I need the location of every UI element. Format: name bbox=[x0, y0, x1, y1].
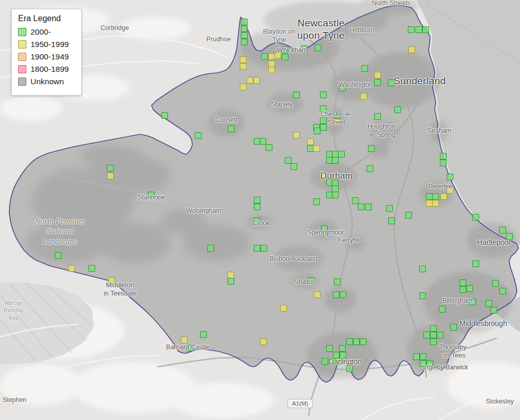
era-marker[interactable] bbox=[68, 265, 75, 272]
era-marker[interactable] bbox=[332, 192, 339, 198]
era-marker[interactable] bbox=[388, 80, 394, 86]
era-marker[interactable] bbox=[315, 44, 322, 51]
era-marker[interactable] bbox=[260, 338, 267, 345]
era-marker[interactable] bbox=[301, 45, 308, 52]
era-marker[interactable] bbox=[314, 291, 320, 298]
era-marker[interactable] bbox=[200, 331, 207, 338]
era-marker[interactable] bbox=[320, 173, 327, 179]
era-marker[interactable] bbox=[423, 332, 430, 338]
era-marker[interactable] bbox=[432, 193, 439, 200]
era-marker[interactable] bbox=[334, 112, 341, 118]
era-marker[interactable] bbox=[405, 212, 412, 219]
era-marker[interactable] bbox=[450, 324, 457, 331]
era-marker[interactable] bbox=[334, 119, 341, 126]
era-marker[interactable] bbox=[241, 19, 248, 25]
era-marker[interactable] bbox=[282, 54, 288, 60]
era-marker[interactable] bbox=[195, 132, 202, 139]
era-marker[interactable] bbox=[320, 124, 327, 131]
era-marker[interactable] bbox=[419, 266, 426, 272]
era-marker[interactable] bbox=[254, 245, 261, 252]
era-marker[interactable] bbox=[107, 173, 114, 179]
era-marker[interactable] bbox=[485, 300, 492, 307]
era-marker[interactable] bbox=[466, 285, 473, 292]
era-marker[interactable] bbox=[420, 360, 426, 367]
era-marker[interactable] bbox=[274, 52, 281, 59]
era-marker[interactable] bbox=[280, 305, 287, 312]
era-marker[interactable] bbox=[228, 126, 235, 132]
era-marker[interactable] bbox=[321, 225, 328, 232]
era-marker[interactable] bbox=[469, 299, 476, 305]
era-marker[interactable] bbox=[472, 260, 479, 267]
era-marker[interactable] bbox=[374, 113, 381, 120]
era-marker[interactable] bbox=[460, 279, 466, 286]
era-marker[interactable] bbox=[447, 187, 453, 194]
era-marker[interactable] bbox=[247, 77, 253, 84]
era-marker[interactable] bbox=[340, 291, 346, 298]
era-marker[interactable] bbox=[432, 200, 439, 207]
era-marker[interactable] bbox=[416, 26, 422, 33]
era-marker[interactable] bbox=[338, 151, 345, 158]
era-marker[interactable] bbox=[472, 214, 479, 221]
era-marker[interactable] bbox=[227, 278, 234, 285]
era-marker[interactable] bbox=[332, 151, 339, 158]
era-marker[interactable] bbox=[352, 197, 359, 204]
era-marker[interactable] bbox=[187, 345, 193, 351]
era-marker[interactable] bbox=[268, 67, 275, 73]
era-marker[interactable] bbox=[227, 272, 234, 278]
era-marker[interactable] bbox=[240, 84, 247, 90]
era-marker[interactable] bbox=[460, 286, 466, 293]
era-marker[interactable] bbox=[240, 63, 247, 70]
era-marker[interactable] bbox=[241, 39, 248, 45]
era-marker[interactable] bbox=[346, 365, 353, 372]
era-marker[interactable] bbox=[55, 252, 62, 259]
era-marker[interactable] bbox=[426, 200, 433, 207]
era-marker[interactable] bbox=[374, 72, 381, 79]
era-marker[interactable] bbox=[339, 345, 346, 352]
era-marker[interactable] bbox=[261, 245, 267, 252]
era-marker[interactable] bbox=[360, 93, 367, 100]
era-marker[interactable] bbox=[426, 193, 433, 200]
era-marker[interactable] bbox=[374, 79, 381, 86]
era-marker[interactable] bbox=[430, 332, 437, 338]
era-marker[interactable] bbox=[340, 352, 346, 359]
era-marker[interactable] bbox=[366, 165, 373, 172]
era-marker[interactable] bbox=[293, 132, 300, 138]
era-marker[interactable] bbox=[181, 337, 188, 344]
era-marker[interactable] bbox=[447, 174, 453, 180]
era-marker[interactable] bbox=[440, 153, 447, 160]
era-marker[interactable] bbox=[161, 112, 168, 119]
era-marker[interactable] bbox=[241, 25, 248, 32]
era-marker[interactable] bbox=[361, 65, 368, 72]
era-marker[interactable] bbox=[107, 165, 114, 172]
era-marker[interactable] bbox=[413, 353, 420, 360]
era-marker[interactable] bbox=[254, 217, 261, 224]
era-marker[interactable] bbox=[506, 233, 513, 240]
era-marker[interactable] bbox=[261, 53, 268, 60]
era-marker[interactable] bbox=[241, 32, 248, 39]
era-marker[interactable] bbox=[254, 197, 261, 204]
era-marker[interactable] bbox=[440, 193, 447, 200]
era-marker[interactable] bbox=[268, 53, 275, 60]
era-marker[interactable] bbox=[259, 138, 266, 145]
era-marker[interactable] bbox=[313, 145, 320, 152]
era-marker[interactable] bbox=[290, 163, 297, 170]
era-marker[interactable] bbox=[499, 288, 506, 294]
era-marker[interactable] bbox=[394, 106, 401, 113]
era-marker[interactable] bbox=[420, 353, 426, 360]
era-marker[interactable] bbox=[346, 338, 353, 345]
era-marker[interactable] bbox=[365, 204, 372, 210]
era-marker[interactable] bbox=[326, 345, 333, 352]
era-marker[interactable] bbox=[430, 325, 437, 332]
era-marker[interactable] bbox=[320, 91, 327, 98]
era-marker[interactable] bbox=[499, 227, 506, 234]
era-marker[interactable] bbox=[430, 338, 437, 345]
era-marker[interactable] bbox=[148, 192, 155, 198]
era-marker[interactable] bbox=[207, 245, 214, 252]
era-marker[interactable] bbox=[293, 91, 300, 98]
era-marker[interactable] bbox=[268, 60, 275, 67]
era-marker[interactable] bbox=[285, 157, 292, 164]
era-marker[interactable] bbox=[307, 145, 314, 152]
era-marker[interactable] bbox=[339, 85, 346, 91]
era-marker[interactable] bbox=[368, 145, 375, 152]
era-marker[interactable] bbox=[335, 358, 342, 365]
